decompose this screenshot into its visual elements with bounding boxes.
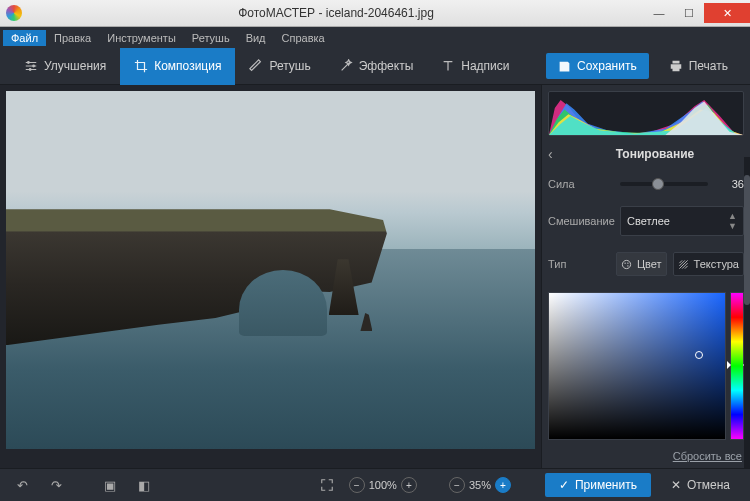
svg-point-4	[624, 262, 625, 263]
tab-effects[interactable]: Эффекты	[325, 48, 428, 85]
toolbar: Улучшения Композиция Ретушь Эффекты Надп…	[0, 48, 750, 85]
panel-header: ‹ Тонирование	[548, 146, 744, 162]
type-label: Тип	[548, 258, 616, 270]
check-icon: ✓	[559, 478, 569, 492]
print-label: Печать	[689, 59, 728, 73]
type-texture-button[interactable]: Текстура	[673, 252, 744, 276]
tab-retouch[interactable]: Ретушь	[235, 48, 324, 85]
print-button[interactable]: Печать	[657, 53, 740, 79]
photo-preview	[6, 91, 535, 449]
blend-row: Смешивание Светлее ▲▼	[548, 206, 744, 236]
fit-screen-button[interactable]	[315, 473, 339, 497]
menu-edit[interactable]: Правка	[46, 30, 99, 46]
histogram	[548, 91, 744, 136]
brush-icon	[249, 59, 263, 73]
window-title: ФотоМАСТЕР - iceland-2046461.jpg	[28, 6, 644, 20]
fit-icon	[320, 478, 334, 492]
tab-composition[interactable]: Композиция	[120, 48, 235, 85]
zoom-out-button[interactable]: −	[349, 477, 365, 493]
blend-value: Светлее	[627, 215, 670, 227]
statusbar: ↶ ↷ ▣ ◧ − 100% + − 35% + ✓ Применить ✕ О…	[0, 468, 750, 501]
app-icon	[6, 5, 22, 21]
compare-split-button[interactable]: ◧	[132, 473, 156, 497]
zoom-in-button[interactable]: +	[401, 477, 417, 493]
strength-slider[interactable]	[620, 182, 708, 186]
hatch-icon	[678, 259, 689, 270]
menu-help[interactable]: Справка	[274, 30, 333, 46]
type-texture-label: Текстура	[694, 258, 739, 270]
menu-file[interactable]: Файл	[3, 30, 46, 46]
blend-label: Смешивание	[548, 215, 620, 227]
panel-title: Тонирование	[566, 147, 744, 161]
color-picker-area	[548, 292, 744, 440]
back-button[interactable]: ‹	[548, 146, 566, 162]
palette-icon	[621, 259, 632, 270]
blend-select[interactable]: Светлее ▲▼	[620, 206, 744, 236]
cancel-button[interactable]: ✕ Отмена	[661, 473, 740, 497]
zoom-value: 100%	[369, 479, 397, 491]
strength-label: Сила	[548, 178, 620, 190]
tab-label: Ретушь	[269, 59, 310, 73]
menu-view[interactable]: Вид	[238, 30, 274, 46]
titlebar: ФотоМАСТЕР - iceland-2046461.jpg — ☐ ✕	[0, 0, 750, 27]
compare-button[interactable]: ▣	[98, 473, 122, 497]
type-row: Тип Цвет Текстура	[548, 252, 744, 276]
crop-icon	[134, 59, 148, 73]
sliders-icon	[24, 59, 38, 73]
reset-all-link[interactable]: Сбросить все	[550, 450, 742, 462]
svg-point-1	[32, 65, 35, 68]
svg-point-2	[29, 68, 32, 71]
minimize-button[interactable]: —	[644, 3, 674, 23]
redo-button[interactable]: ↷	[44, 473, 68, 497]
tab-text[interactable]: Надписи	[427, 48, 523, 85]
svg-point-5	[627, 262, 628, 263]
chevron-updown-icon: ▲▼	[728, 211, 737, 231]
canvas-area[interactable]	[0, 85, 541, 468]
hue-slider[interactable]	[730, 292, 744, 440]
right-panel: ‹ Тонирование Сила 36 Смешивание Светлее…	[541, 85, 750, 468]
tab-label: Композиция	[154, 59, 221, 73]
color-picker[interactable]	[548, 292, 726, 440]
maximize-button[interactable]: ☐	[674, 3, 704, 23]
close-button[interactable]: ✕	[704, 3, 750, 23]
strength-row: Сила 36	[548, 178, 744, 190]
workarea: ‹ Тонирование Сила 36 Смешивание Светлее…	[0, 85, 750, 468]
cancel-label: Отмена	[687, 478, 730, 492]
zoom-group: − 100% +	[349, 477, 417, 493]
svg-point-0	[27, 61, 30, 64]
tab-label: Эффекты	[359, 59, 414, 73]
tab-label: Улучшения	[44, 59, 106, 73]
wand-icon	[339, 59, 353, 73]
tab-label: Надписи	[461, 59, 509, 73]
save-button[interactable]: Сохранить	[546, 53, 649, 79]
menubar: Файл Правка Инструменты Ретушь Вид Справ…	[0, 27, 750, 48]
save-icon	[558, 60, 571, 73]
menu-tools[interactable]: Инструменты	[99, 30, 184, 46]
panel-scrollbar[interactable]	[744, 157, 750, 468]
tab-enhancements[interactable]: Улучшения	[10, 48, 120, 85]
strength-value: 36	[716, 178, 744, 190]
type-color-label: Цвет	[637, 258, 662, 270]
apply-button[interactable]: ✓ Применить	[545, 473, 651, 497]
apply-label: Применить	[575, 478, 637, 492]
undo-button[interactable]: ↶	[10, 473, 34, 497]
opacity-value: 35%	[469, 479, 491, 491]
opacity-group: − 35% +	[449, 477, 511, 493]
text-icon	[441, 59, 455, 73]
x-icon: ✕	[671, 478, 681, 492]
opacity-down-button[interactable]: −	[449, 477, 465, 493]
color-cursor	[695, 351, 703, 359]
print-icon	[669, 59, 683, 73]
type-color-button[interactable]: Цвет	[616, 252, 667, 276]
opacity-up-button[interactable]: +	[495, 477, 511, 493]
menu-retouch[interactable]: Ретушь	[184, 30, 238, 46]
svg-point-3	[622, 260, 630, 268]
svg-point-6	[627, 265, 628, 266]
save-label: Сохранить	[577, 59, 637, 73]
